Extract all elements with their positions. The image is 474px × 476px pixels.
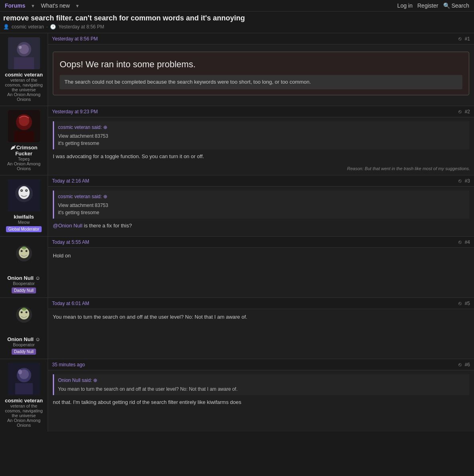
post-actions: ⎋ #3 xyxy=(458,178,470,184)
mention[interactable]: @Onion Null xyxy=(53,223,82,229)
svg-rect-31 xyxy=(15,383,33,394)
separator: · xyxy=(46,24,48,30)
post-header: Yesterday at 9:23 PM ⎋ #2 xyxy=(48,106,474,117)
svg-point-20 xyxy=(25,250,27,252)
quote-author: cosmic veteran said: ⊕ xyxy=(58,124,465,131)
post-actions: ⎋ #4 xyxy=(458,239,470,245)
nav-bar: Forums ▾ What's new ▾ Log in Register 🔍 … xyxy=(0,0,474,12)
post-num: #3 xyxy=(465,178,470,184)
username[interactable]: Onion Null ☺ xyxy=(7,336,40,342)
post-sidebar: cosmic veteran veteran of the cosmos, na… xyxy=(0,359,48,432)
share-icon[interactable]: ⎋ xyxy=(458,239,462,245)
post-time: Yesterday at 8:56 PM xyxy=(52,36,98,42)
post-header: Today at 6:01 AM ⎋ #5 xyxy=(48,298,474,309)
post-body-text: not that. I'm talking about getting rid … xyxy=(53,398,469,406)
post-header: Today at 5:55 AM ⎋ #4 xyxy=(48,237,474,248)
role-badge: Daddy Null xyxy=(12,287,36,293)
nav-forums[interactable]: Forums xyxy=(5,2,25,9)
quote-block: Onion Null said: ⊕ You mean to turn the … xyxy=(53,374,469,395)
share-icon[interactable]: ⎋ xyxy=(458,362,462,368)
user-title: Meow xyxy=(18,220,30,225)
post-body-text: I was advocating for a toggle function. … xyxy=(53,153,469,161)
post-sidebar: cosmic veteran veteran of the cosmos, na… xyxy=(0,33,48,106)
username[interactable]: 🌶Crimson Fucker xyxy=(3,145,44,157)
post-body: cosmic veteran said: ⊕ View attachment 8… xyxy=(48,187,474,234)
nav-search[interactable]: 🔍 Search xyxy=(443,2,469,9)
user-subtitle: An Onion Among Onions xyxy=(3,418,44,428)
post-body: cosmic veteran said: ⊕ View attachment 8… xyxy=(48,117,474,165)
post-content: 35 minutes ago ⎋ #6 Onion Null said: ⊕ Y… xyxy=(48,359,474,432)
clock-icon: 🕐 xyxy=(50,24,56,30)
username[interactable]: cosmic veteran xyxy=(5,72,43,78)
post-actions: ⎋ #5 xyxy=(458,300,470,306)
post-body: Oops! We ran into some problems. The sea… xyxy=(48,44,474,102)
user-title: veteran of the cosmos, navigating the un… xyxy=(3,78,44,92)
post-content: Yesterday at 8:56 PM ⎋ #1 Oops! We ran i… xyxy=(48,33,474,106)
post-num: #6 xyxy=(465,362,470,368)
post-5: Onion Null ☺ Booperator Daddy Null Today… xyxy=(0,297,474,359)
search-icon: 🔍 xyxy=(443,2,450,9)
post-num: #5 xyxy=(465,301,470,306)
quote-text: it's getting tiresome xyxy=(58,209,465,216)
user-subtitle: An Onion Among Onions xyxy=(3,92,44,102)
thread-title: remove search filter. can't search for c… xyxy=(0,12,474,23)
share-icon[interactable]: ⎋ xyxy=(458,108,462,114)
share-icon[interactable]: ⎋ xyxy=(458,178,462,184)
post-actions: ⎋ #1 xyxy=(458,36,470,42)
thread-posted-time: Yesterday at 8:56 PM xyxy=(58,24,104,30)
posts-container: cosmic veteran veteran of the cosmos, na… xyxy=(0,33,474,432)
username[interactable]: Onion Null ☺ xyxy=(7,275,40,281)
quote-text: You mean to turn the search on and off a… xyxy=(58,386,465,393)
svg-point-19 xyxy=(20,250,22,252)
post-content: Today at 6:01 AM ⎋ #5 You mean to turn t… xyxy=(48,298,474,359)
user-title: Booperator xyxy=(13,281,34,286)
quote-author: cosmic veteran said: ⊕ xyxy=(58,193,465,200)
post-body: You mean to turn the search on and off a… xyxy=(48,309,474,325)
nav-right: Log in Register 🔍 Search xyxy=(397,2,469,9)
username[interactable]: cosmic veteran xyxy=(5,398,43,404)
svg-point-26 xyxy=(25,311,27,313)
avatar xyxy=(8,179,40,211)
nav-whats-new[interactable]: What's new xyxy=(41,2,70,9)
svg-point-25 xyxy=(20,311,22,313)
nav-login[interactable]: Log in xyxy=(397,2,412,9)
post-reason: Reason: But that went in the trash like … xyxy=(48,165,474,174)
post-body-text: Hold on xyxy=(53,252,469,260)
post-body-text: You mean to turn the search on and off a… xyxy=(53,313,469,321)
post-1: cosmic veteran veteran of the cosmos, na… xyxy=(0,33,474,106)
svg-rect-3 xyxy=(14,57,34,69)
role-badge: Global Moderator xyxy=(6,226,42,232)
post-num: #2 xyxy=(465,109,470,114)
post-body: Onion Null said: ⊕ You mean to turn the … xyxy=(48,370,474,410)
svg-point-11 xyxy=(18,186,30,199)
post-sidebar: Onion Null ☺ Booperator Daddy Null xyxy=(0,237,48,297)
share-icon[interactable]: ⎋ xyxy=(458,300,462,306)
svg-rect-8 xyxy=(14,131,34,142)
post-header: 35 minutes ago ⎋ #6 xyxy=(48,359,474,370)
avatar xyxy=(8,37,40,69)
user-title: Tepeş xyxy=(18,157,30,161)
avatar xyxy=(8,110,40,142)
quote-author: Onion Null said: ⊕ xyxy=(58,377,465,384)
post-time: Yesterday at 9:23 PM xyxy=(52,109,98,114)
thread-author[interactable]: cosmic veteran xyxy=(12,24,44,30)
svg-point-27 xyxy=(22,307,26,311)
post-actions: ⎋ #2 xyxy=(458,108,470,114)
post-2: 🌶Crimson Fucker Tepeş An Onion Among Oni… xyxy=(0,106,474,175)
share-icon[interactable]: ⎋ xyxy=(458,36,462,42)
svg-point-15 xyxy=(26,190,27,191)
role-badge: Daddy Null xyxy=(12,349,36,355)
quote-text: it's getting tiresome xyxy=(58,140,465,147)
svg-point-32 xyxy=(18,370,22,374)
post-num: #1 xyxy=(465,36,470,42)
error-title: Oops! We ran into some problems. xyxy=(60,58,462,71)
svg-point-14 xyxy=(21,190,22,191)
post-content: Yesterday at 9:23 PM ⎋ #2 cosmic veteran… xyxy=(48,106,474,175)
error-block: Oops! We ran into some problems. The sea… xyxy=(53,52,469,95)
quote-block: cosmic veteran said: ⊕ View attachment 8… xyxy=(53,121,469,149)
post-4: Onion Null ☺ Booperator Daddy Null Today… xyxy=(0,236,474,297)
username[interactable]: kiwifails xyxy=(14,214,34,220)
nav-register[interactable]: Register xyxy=(418,2,438,9)
post-time: 35 minutes ago xyxy=(52,362,85,368)
post-sidebar: 🌶Crimson Fucker Tepeş An Onion Among Oni… xyxy=(0,106,48,175)
